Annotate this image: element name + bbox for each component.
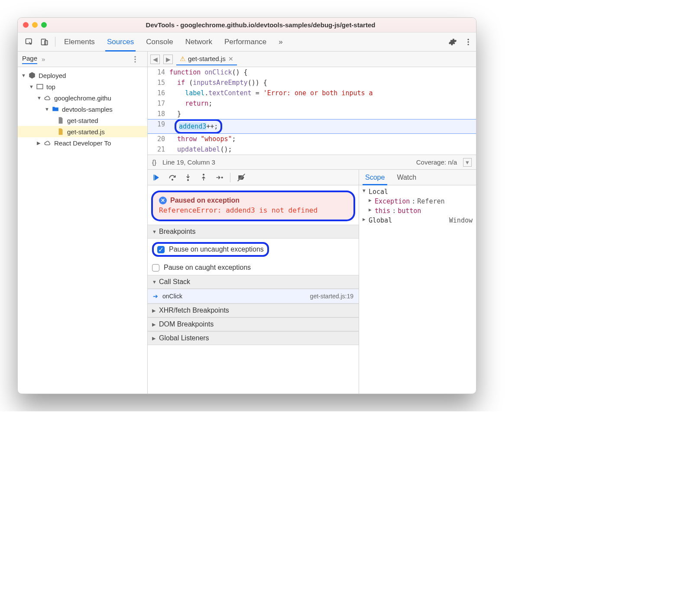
- settings-gear-icon[interactable]: [445, 38, 460, 46]
- cloud-icon: [44, 139, 52, 147]
- line-number[interactable]: 18: [148, 109, 169, 119]
- deactivate-breakpoints-icon[interactable]: [237, 173, 246, 182]
- svg-point-12: [188, 179, 189, 181]
- line-number[interactable]: 14: [148, 67, 169, 78]
- section-xhr[interactable]: ▶XHR/fetch Breakpoints: [148, 304, 359, 317]
- tree-top[interactable]: ▼ top: [18, 81, 147, 92]
- step-icon[interactable]: [214, 173, 224, 182]
- tab-network[interactable]: Network: [179, 32, 218, 51]
- scope-local[interactable]: ▼Local: [359, 187, 476, 197]
- svg-point-5: [467, 44, 469, 45]
- tab-elements[interactable]: Elements: [58, 32, 101, 51]
- error-circle-icon: ✕: [159, 197, 167, 204]
- navigator-more[interactable]: »: [42, 55, 45, 63]
- paused-on-exception-banner: ✕ Paused on exception ReferenceError: ad…: [151, 191, 355, 221]
- chevron-down-icon: ▼: [45, 107, 49, 112]
- section-breakpoints[interactable]: ▼Breakpoints: [148, 225, 359, 239]
- tree-label: googlechrome.githu: [54, 94, 111, 102]
- svg-point-4: [467, 41, 469, 42]
- line-number[interactable]: 20: [148, 134, 169, 144]
- svg-point-7: [134, 58, 136, 60]
- scope-this[interactable]: ▶this: button: [359, 206, 476, 216]
- scope-pane: Scope Watch ▼Local ▶Exception: Referen ▶…: [359, 170, 476, 394]
- titlebar: DevTools - googlechrome.github.io/devtoo…: [18, 18, 476, 32]
- chevron-right-icon: ▶: [37, 140, 41, 146]
- tree-deployed[interactable]: ▼ Deployed: [18, 70, 147, 81]
- line-number[interactable]: 19: [148, 119, 169, 134]
- step-over-icon[interactable]: [168, 173, 177, 182]
- coverage-toggle-icon[interactable]: ▾: [463, 158, 472, 167]
- section-global[interactable]: ▶Global Listeners: [148, 331, 359, 345]
- line-number[interactable]: 21: [148, 144, 169, 155]
- window-close-button[interactable]: [23, 22, 29, 28]
- tree-origin[interactable]: ▼ googlechrome.githu: [18, 92, 147, 103]
- frame-icon: [36, 83, 44, 90]
- tree-react[interactable]: ▶ React Developer To: [18, 137, 147, 149]
- svg-point-6: [134, 56, 136, 57]
- panel-tabs: Elements Sources Console Network Perform…: [58, 32, 289, 51]
- navigator-pane: Page » ▼ Deployed ▼ top: [18, 52, 148, 394]
- kebab-menu-icon[interactable]: [460, 38, 476, 46]
- highlight-exception-token: addend3++;: [175, 119, 222, 134]
- svg-rect-9: [37, 84, 43, 89]
- tab-performance[interactable]: Performance: [218, 32, 272, 51]
- tab-more[interactable]: »: [272, 32, 288, 51]
- nav-side-icon[interactable]: ▶: [163, 55, 173, 64]
- chevron-down-icon: ▼: [21, 73, 26, 78]
- resume-icon[interactable]: [152, 173, 162, 182]
- tab-sources[interactable]: Sources: [101, 32, 140, 51]
- scope-global[interactable]: ▶GlobalWindow: [359, 216, 476, 225]
- step-out-icon[interactable]: [199, 173, 208, 182]
- scope-exception[interactable]: ▶Exception: Referen: [359, 197, 476, 206]
- section-label: XHR/fetch Breakpoints: [159, 307, 229, 314]
- svg-rect-1: [42, 39, 46, 45]
- window-zoom-button[interactable]: [41, 22, 47, 28]
- editor-tabbar: ◀ ▶ ⚠ get-started.js ✕: [148, 52, 476, 67]
- section-label: Global Listeners: [159, 334, 209, 342]
- line-number[interactable]: 15: [148, 78, 169, 88]
- navigator-tab-page[interactable]: Page: [22, 55, 37, 64]
- nav-back-icon[interactable]: ◀: [150, 55, 160, 64]
- checkbox-pause-caught[interactable]: [152, 264, 159, 271]
- debugger-toolbar: [148, 170, 359, 185]
- pause-caught-label: Pause on caught exceptions: [164, 264, 251, 271]
- editor-statusbar: {} Line 19, Column 3 Coverage: n/a ▾: [148, 155, 476, 169]
- tab-watch[interactable]: Watch: [391, 170, 422, 185]
- section-callstack[interactable]: ▼Call Stack: [148, 275, 359, 289]
- tree-folder[interactable]: ▼ devtools-samples: [18, 103, 147, 115]
- coverage-label: Coverage: n/a: [416, 158, 457, 166]
- pretty-print-icon[interactable]: {}: [152, 158, 156, 166]
- section-label: DOM Breakpoints: [159, 320, 214, 328]
- code-editor[interactable]: 14function onClick() { 15 if (inputsAreE…: [148, 67, 476, 155]
- editor-tab[interactable]: ⚠ get-started.js ✕: [176, 53, 237, 65]
- section-dom[interactable]: ▶DOM Breakpoints: [148, 317, 359, 331]
- close-tab-icon[interactable]: ✕: [228, 55, 233, 62]
- section-label: Call Stack: [159, 278, 190, 286]
- divider: [230, 173, 230, 182]
- svg-point-11: [172, 179, 173, 180]
- cursor-position: Line 19, Column 3: [162, 158, 215, 166]
- warning-icon: ⚠: [180, 55, 185, 63]
- tree-label: get-started: [67, 117, 98, 124]
- callstack-frame[interactable]: ➔ onClick get-started.js:19: [148, 289, 359, 304]
- debugger-pane: ✕ Paused on exception ReferenceError: ad…: [148, 170, 359, 394]
- checkbox-pause-uncaught[interactable]: ✓: [157, 246, 165, 253]
- step-into-icon[interactable]: [183, 173, 193, 182]
- current-frame-arrow-icon: ➔: [153, 293, 158, 300]
- inspect-element-icon[interactable]: [21, 32, 37, 51]
- tree-label: Deployed: [39, 72, 66, 79]
- tab-console[interactable]: Console: [140, 32, 179, 51]
- cube-icon: [28, 71, 36, 79]
- tree-label: React Developer To: [54, 139, 111, 147]
- tab-scope[interactable]: Scope: [359, 170, 391, 185]
- window-minimize-button[interactable]: [32, 22, 38, 28]
- tree-file-js[interactable]: get-started.js: [18, 126, 147, 137]
- line-number[interactable]: 17: [148, 98, 169, 109]
- navigator-menu-icon[interactable]: [127, 55, 143, 64]
- tree-label: get-started.js: [67, 128, 105, 136]
- tree-label: devtools-samples: [62, 106, 113, 113]
- main-toolbar: Elements Sources Console Network Perform…: [18, 32, 476, 52]
- device-toolbar-icon[interactable]: [37, 32, 52, 51]
- line-number[interactable]: 16: [148, 88, 169, 98]
- tree-file-html[interactable]: get-started: [18, 115, 147, 126]
